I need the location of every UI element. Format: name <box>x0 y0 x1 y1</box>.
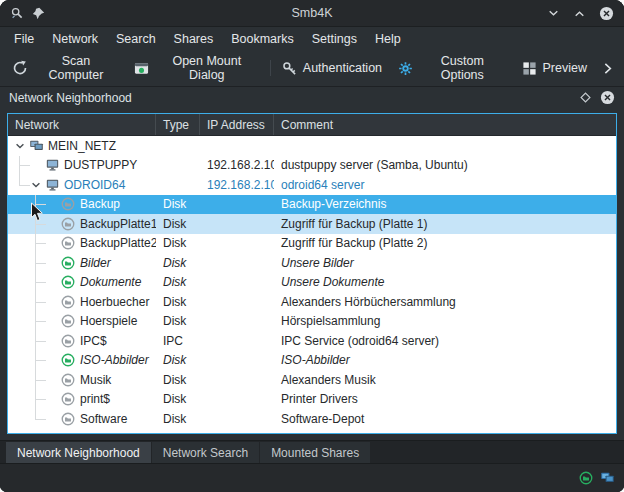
tab-network-neighborhood[interactable]: Network Neighborhood <box>6 442 151 463</box>
tree-branch-guide <box>35 399 46 400</box>
network-status-icon[interactable] <box>600 471 615 485</box>
toolbar-button-label: Authentication <box>303 61 382 75</box>
share-icon <box>60 295 76 309</box>
app-menu-icon[interactable] <box>10 6 24 20</box>
cell-type: Disk <box>156 273 200 293</box>
workgroup-icon <box>28 139 44 153</box>
statusbar <box>0 463 624 492</box>
cell-type: Disk <box>156 409 200 429</box>
tree-branch-guide <box>35 282 46 283</box>
row-label: Backup <box>80 197 120 211</box>
tree-row-hoerspiele[interactable]: HoerspieleDiskHörspielsammlung <box>8 312 616 332</box>
titlebar[interactable]: Smb4K <box>0 0 624 27</box>
tree-row-dustpuppy[interactable]: DUSTPUPPY192.168.2.105dustpuppy server (… <box>8 156 616 176</box>
cell-name: DUSTPUPPY <box>8 156 156 176</box>
menu-file[interactable]: File <box>5 30 43 48</box>
toolbar-scan-computer-button[interactable]: Scan Computer <box>4 50 126 86</box>
toolbar: Scan ComputerOpen Mount DialogAuthentica… <box>0 50 624 87</box>
expander-icon[interactable] <box>12 141 28 151</box>
tree-row-musik[interactable]: MusikDiskAlexanders Musik <box>8 370 616 390</box>
menu-help[interactable]: Help <box>366 30 410 48</box>
cell-ip-address <box>200 312 274 332</box>
maximize-icon[interactable] <box>573 7 586 20</box>
toolbar-authentication-button[interactable]: Authentication <box>274 57 390 80</box>
tree-branch-guide <box>35 419 46 420</box>
toolbar-custom-options-button[interactable]: Custom Options <box>390 50 513 86</box>
titlebar-icons <box>10 6 45 20</box>
tree-row-iso-abbilder[interactable]: ISO-AbbilderDiskISO-Abbilder <box>8 351 616 371</box>
share-icon <box>60 314 76 328</box>
toolbar-button-label: Scan Computer <box>34 54 118 82</box>
tab-network-search[interactable]: Network Search <box>152 442 259 463</box>
row-label: ISO-Abbilder <box>80 353 149 367</box>
close-icon[interactable] <box>600 90 615 105</box>
column-header-type[interactable]: Type <box>156 114 200 135</box>
tree-row-backup[interactable]: BackupDiskBackup-Verzeichnis <box>8 195 616 215</box>
dock-body: NetworkTypeIP AddressComment MEIN_NETZDU… <box>0 108 624 440</box>
cell-type: Disk <box>156 234 200 254</box>
float-icon[interactable] <box>580 92 591 103</box>
minimize-icon[interactable] <box>547 7 560 20</box>
row-label: ODROID64 <box>64 178 125 192</box>
tree-branch-guide <box>35 224 46 225</box>
tree-row-odroid64[interactable]: ODROID64192.168.2.102odroid64 server <box>8 175 616 195</box>
cell-type: Disk <box>156 195 200 215</box>
cell-type: Disk <box>156 370 200 390</box>
tree-row-backupplatte1[interactable]: BackupPlatte1$DiskZugriff für Backup (Pl… <box>8 214 616 234</box>
share-icon <box>60 217 76 231</box>
tree-row-hoerbuecher[interactable]: HoerbuecherDiskAlexanders Hörbüchersamml… <box>8 292 616 312</box>
cell-name: BackupPlatte2$ <box>8 234 156 254</box>
tree-row-print[interactable]: print$DiskPrinter Drivers <box>8 390 616 410</box>
mounted-share-icon <box>60 256 76 270</box>
menu-settings[interactable]: Settings <box>303 30 366 48</box>
menu-bookmarks[interactable]: Bookmarks <box>222 30 303 48</box>
cell-name: ODROID64 <box>8 175 156 195</box>
tabbar: Network NeighborhoodNetwork SearchMounte… <box>0 440 624 463</box>
row-label: Bilder <box>80 256 111 270</box>
cell-comment: Hörspielsammlung <box>274 312 616 332</box>
cell-ip-address <box>200 331 274 351</box>
row-label: IPC$ <box>80 334 107 348</box>
tree-branch-guide <box>19 165 30 166</box>
close-icon[interactable] <box>599 6 614 21</box>
pin-icon[interactable] <box>32 7 45 20</box>
cell-name: IPC$ <box>8 331 156 351</box>
cell-ip-address <box>200 273 274 293</box>
toolbar-buttons: Scan ComputerOpen Mount DialogAuthentica… <box>4 50 595 86</box>
tree-branch-guide <box>35 204 46 205</box>
column-header-comment[interactable]: Comment <box>274 114 616 135</box>
menu-shares[interactable]: Shares <box>165 30 223 48</box>
tree-row-backupplatte2[interactable]: BackupPlatte2$DiskZugriff für Backup (Pl… <box>8 234 616 254</box>
cell-comment: dustpuppy server (Samba, Ubuntu) <box>274 156 616 176</box>
cell-name: MEIN_NETZ <box>8 136 156 156</box>
tree-row-mein-netz[interactable]: MEIN_NETZ <box>8 136 616 156</box>
row-label: Dokumente <box>80 275 141 289</box>
tree-body: MEIN_NETZDUSTPUPPY192.168.2.105dustpuppy… <box>8 136 616 433</box>
toolbar-preview-button[interactable]: Preview <box>514 57 595 80</box>
toolbar-overflow-button[interactable] <box>595 58 620 79</box>
expander-icon[interactable] <box>28 180 44 190</box>
share-icon <box>60 236 76 250</box>
menu-network[interactable]: Network <box>43 30 107 48</box>
tree-row-ipc[interactable]: IPC$IPCIPC Service (odroid64 server) <box>8 331 616 351</box>
tree-row-dokumente[interactable]: DokumenteDiskUnsere Dokumente <box>8 273 616 293</box>
cell-comment: IPC Service (odroid64 server) <box>274 331 616 351</box>
toolbar-button-label: Preview <box>543 61 587 75</box>
tab-mounted-shares[interactable]: Mounted Shares <box>260 442 370 463</box>
cell-type: Disk <box>156 312 200 332</box>
mounted-share-icon[interactable] <box>579 471 593 485</box>
column-header-network[interactable]: Network <box>8 114 156 135</box>
cell-type: Disk <box>156 390 200 410</box>
tree-row-software[interactable]: SoftwareDiskSoftware-Depot <box>8 409 616 429</box>
toolbar-open-mount-dialog-button[interactable]: Open Mount Dialog <box>126 50 267 86</box>
tree-branch-guide <box>35 380 46 381</box>
window-controls <box>547 6 614 21</box>
share-icon <box>60 392 76 406</box>
gear-icon <box>398 61 413 76</box>
cell-type: Disk <box>156 292 200 312</box>
menu-search[interactable]: Search <box>107 30 165 48</box>
row-label: MEIN_NETZ <box>48 139 116 153</box>
tree-branch-guide <box>35 302 46 303</box>
tree-row-bilder[interactable]: BilderDiskUnsere Bilder <box>8 253 616 273</box>
column-header-ip-address[interactable]: IP Address <box>200 114 274 135</box>
